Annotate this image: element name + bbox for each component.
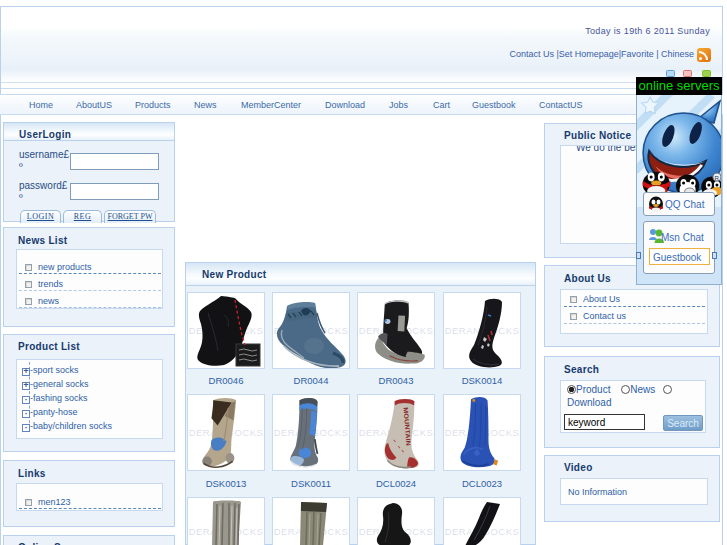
- svg-text:R: R: [714, 175, 719, 181]
